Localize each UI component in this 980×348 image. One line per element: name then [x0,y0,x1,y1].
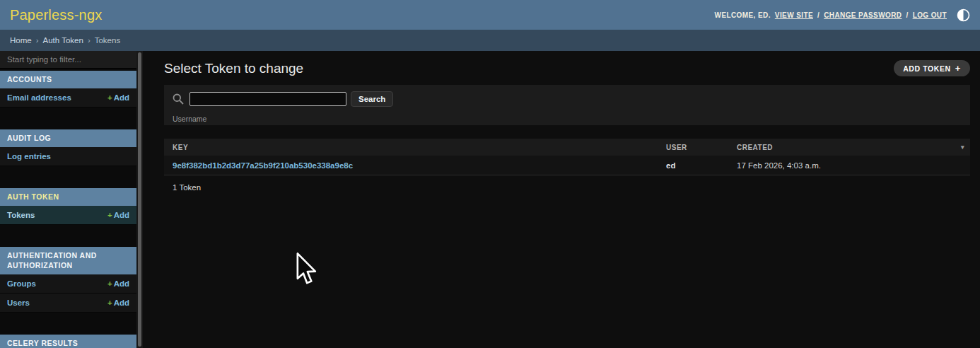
token-created-cell: 17 Feb 2026, 4:03 a.m. [737,161,970,170]
top-bar: Paperless-ngx WELCOME, ED. VIEW SITE / C… [0,0,980,30]
section-title: CELERY RESULTS [7,339,78,347]
sort-options-toggle-icon[interactable]: ▾ [961,139,964,156]
sidebar-gap [0,108,136,127]
breadcrumb-separator: › [88,36,91,45]
add-label: Add [114,279,129,288]
separator: / [906,11,908,19]
section-title: AUTH TOKEN [7,192,59,201]
sidebar-filter [0,51,136,69]
separator: / [817,11,819,19]
add-token-link[interactable]: +Add [107,211,129,219]
column-header-key[interactable]: KEY [164,144,666,151]
sidebar-item-tokens[interactable]: Tokens +Add [0,206,136,225]
breadcrumb-home[interactable]: Home [10,36,32,45]
main-content: Select Token to change ADD TOKEN + Searc… [143,51,980,348]
email-addresses-link[interactable]: Email addresses [7,93,71,102]
sidebar-scrollbar[interactable] [136,51,143,348]
breadcrumb-auth-token[interactable]: Auth Token [43,36,83,45]
column-header-user[interactable]: USER [666,144,737,151]
token-key-link[interactable]: 9e8f382bd1b2d3d77a25b9f210ab530e338a9e8c [173,161,353,170]
token-user-cell: ed [666,161,737,170]
sidebar-scrollbar-thumb[interactable] [138,52,141,347]
result-count: 1 Token [173,183,970,192]
user-tools: WELCOME, ED. VIEW SITE / CHANGE PASSWORD… [715,8,970,22]
groups-link[interactable]: Groups [7,279,36,288]
sidebar-gap [0,225,136,245]
section-title: AUDIT LOG [7,134,51,142]
search-button[interactable]: Search [351,91,393,107]
add-group-link[interactable]: +Add [107,279,129,288]
sidebar-item-users[interactable]: Users +Add [0,294,136,313]
sidebar-gap [0,313,136,332]
view-site-link[interactable]: VIEW SITE [775,11,813,19]
plus-icon: + [107,298,112,307]
section-title: ACCOUNTS [7,75,52,83]
sidebar-gap [0,166,136,186]
search-field-label: Username [173,115,962,123]
add-email-address-link[interactable]: +Add [107,93,129,102]
main-header-row: Select Token to change ADD TOKEN + [143,51,980,76]
add-token-button[interactable]: ADD TOKEN + [894,60,970,76]
breadcrumb-separator: › [36,36,39,45]
app-title[interactable]: Paperless-ngx [10,7,102,23]
add-label: Add [114,298,129,307]
users-link[interactable]: Users [7,298,30,307]
search-input[interactable] [189,92,346,106]
change-password-link[interactable]: CHANGE PASSWORD [824,11,902,19]
theme-toggle-icon[interactable] [957,8,970,22]
sidebar-filter-input[interactable] [0,51,136,69]
breadcrumb: Home › Auth Token › Tokens [0,30,980,51]
sidebar-section-accounts: ACCOUNTS [0,71,136,88]
sidebar-item-email-addresses[interactable]: Email addresses +Add [0,88,136,108]
sidebar-nav: ACCOUNTS Email addresses +Add AUDIT LOG … [0,51,136,348]
add-user-link[interactable]: +Add [107,298,129,307]
sidebar-section-authentication: AUTHENTICATION AND AUTHORIZATION [0,247,136,274]
search-icon [173,93,184,105]
page-title: Select Token to change [164,61,303,76]
add-token-button-label: ADD TOKEN [903,64,951,73]
sidebar-section-audit-log: AUDIT LOG [0,129,136,147]
table-row: 9e8f382bd1b2d3d77a25b9f210ab530e338a9e8c… [164,156,970,175]
sidebar-item-groups[interactable]: Groups +Add [0,274,136,294]
log-out-link[interactable]: LOG OUT [913,11,947,19]
column-header-created[interactable]: CREATED [737,144,970,151]
log-entries-link[interactable]: Log entries [7,152,51,161]
sidebar-section-celery-results: CELERY RESULTS [0,335,136,348]
tokens-table: KEY USER CREATED ▾ 9e8f382bd1b2d3d77a25b… [164,139,970,175]
add-label: Add [114,93,129,102]
breadcrumb-current: Tokens [95,36,120,45]
search-panel: Search Username [164,85,970,125]
plus-icon: + [107,279,112,288]
table-header-row: KEY USER CREATED ▾ [164,139,970,156]
tokens-link[interactable]: Tokens [7,211,35,219]
sidebar-item-log-entries[interactable]: Log entries [0,147,136,166]
token-key-cell: 9e8f382bd1b2d3d77a25b9f210ab530e338a9e8c [164,161,666,170]
sidebar-section-auth-token: AUTH TOKEN [0,188,136,206]
section-title: AUTHENTICATION AND AUTHORIZATION [7,251,97,269]
search-row: Search [173,91,962,107]
plus-icon: + [955,64,961,73]
welcome-text: WELCOME, ED. [715,11,771,19]
plus-icon: + [107,93,112,102]
add-label: Add [114,211,129,219]
plus-icon: + [107,211,112,219]
